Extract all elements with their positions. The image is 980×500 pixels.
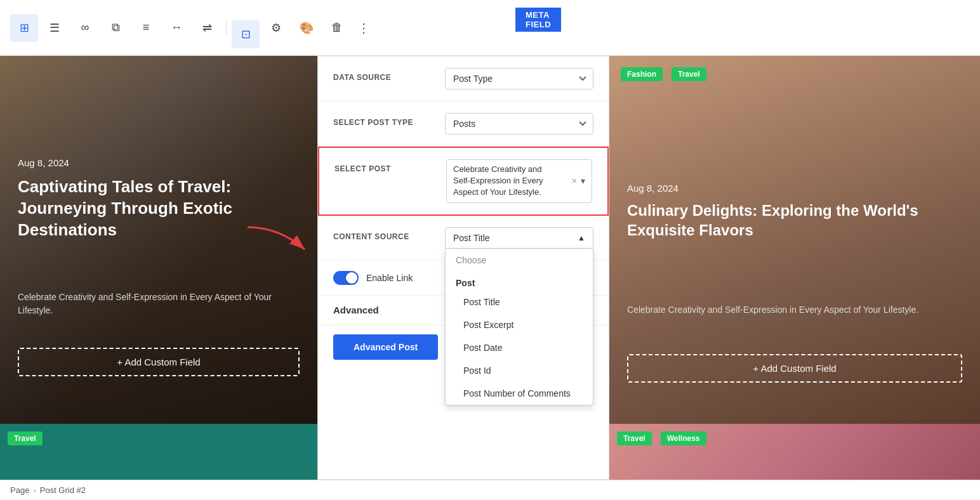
toolbar-layers-btn[interactable]: ⧉ bbox=[102, 14, 129, 42]
toolbar-list-btn[interactable]: ☰ bbox=[41, 14, 69, 42]
select-post-type-label: SELECT POST TYPE bbox=[333, 113, 435, 127]
card-left-background: Aug 8, 2024 Captivating Tales of Travel:… bbox=[0, 56, 317, 424]
toolbar-more-btn[interactable]: ⋮ bbox=[354, 18, 374, 38]
panel: DATA SOURCE Post Type Custom Query SELEC… bbox=[317, 56, 609, 480]
card-right-top: Fashion Travel Aug 8, 2024 Culinary Deli… bbox=[609, 56, 980, 424]
breadcrumb-page: Page bbox=[10, 485, 29, 495]
toolbar-align-btn[interactable]: ≡ bbox=[132, 14, 160, 42]
content-source-dropdown: Choose Post Post Title Post Excerpt Post… bbox=[445, 249, 593, 405]
content-area: Aug 8, 2024 Captivating Tales of Travel:… bbox=[0, 56, 980, 480]
toolbar-loop-btn[interactable]: ∞ bbox=[71, 14, 99, 42]
breadcrumb-item: Post Grid #2 bbox=[40, 485, 86, 495]
data-source-row: DATA SOURCE Post Type Custom Query bbox=[318, 56, 609, 102]
breadcrumb: Page › Post Grid #2 bbox=[0, 480, 980, 500]
content-source-value: Post Title bbox=[453, 233, 490, 243]
data-source-select[interactable]: Post Type Custom Query bbox=[445, 68, 593, 89]
toolbar-trash-btn[interactable]: 🗑 bbox=[323, 14, 351, 42]
advanced-post-btn[interactable]: Advanced Post bbox=[333, 334, 438, 360]
card-left-date: Aug 8, 2024 bbox=[18, 157, 69, 168]
toolbar-gear-btn[interactable]: ⚙ bbox=[262, 14, 290, 42]
select-post-arrow-icon[interactable]: ▾ bbox=[581, 176, 585, 186]
toolbar-palette-btn[interactable]: 🎨 bbox=[293, 14, 321, 42]
select-post-type-select[interactable]: Posts Pages Custom bbox=[445, 113, 593, 135]
select-post-label: SELECT POST bbox=[334, 159, 436, 173]
card-right-top-tags: Fashion Travel bbox=[621, 67, 710, 81]
select-post-clear-btn[interactable]: × bbox=[572, 176, 577, 186]
select-post-input[interactable]: Celebrate Creativity andSelf-Expression … bbox=[446, 159, 592, 203]
card-left-bottom: Travel bbox=[0, 424, 317, 480]
card-left-tag: Travel bbox=[8, 431, 43, 445]
select-post-control: Celebrate Creativity andSelf-Expression … bbox=[446, 159, 592, 203]
card-right-date: Aug 8, 2024 bbox=[627, 183, 679, 194]
breadcrumb-sep1: › bbox=[33, 485, 36, 495]
toolbar-grid-btn[interactable]: ⊞ bbox=[10, 14, 38, 42]
toolbar-resize-btn[interactable]: ↔ bbox=[162, 14, 190, 42]
toolbar-filter-btn[interactable]: ⇌ bbox=[193, 14, 221, 42]
card-right-bottom-tags: Travel Wellness bbox=[617, 431, 710, 445]
dropdown-post-id-item[interactable]: Post Id bbox=[446, 359, 593, 382]
data-source-control: Post Type Custom Query bbox=[445, 68, 593, 89]
advanced-label: Advanced bbox=[333, 305, 379, 315]
content-source-select-btn[interactable]: Post Title ▲ bbox=[445, 227, 593, 249]
meta-field-label: META FIELD bbox=[515, 8, 561, 32]
card-right: Fashion Travel Aug 8, 2024 Culinary Deli… bbox=[609, 56, 980, 480]
enable-link-toggle[interactable] bbox=[333, 271, 359, 285]
card-left: Aug 8, 2024 Captivating Tales of Travel:… bbox=[0, 56, 317, 480]
dropdown-choose-item[interactable]: Choose bbox=[446, 249, 593, 272]
toolbar: ⊞ ☰ ∞ ⧉ ≡ ↔ ⇌ META FIELD ⊡ ⚙ 🎨 🗑 ⋮ bbox=[0, 0, 980, 56]
dropdown-post-date-item[interactable]: Post Date bbox=[446, 336, 593, 359]
card-right-title: Culinary Delights: Exploring the World's… bbox=[627, 201, 962, 240]
card-left-excerpt: Celebrate Creativity and Self-Expression… bbox=[18, 291, 300, 317]
dropdown-post-excerpt-item[interactable]: Post Excerpt bbox=[446, 313, 593, 336]
card-left-add-field-btn[interactable]: + Add Custom Field bbox=[18, 348, 300, 376]
content-source-control: Post Title ▲ Choose Post Post Title Post… bbox=[445, 227, 593, 249]
card-right-bottom-wellness-tag: Wellness bbox=[661, 431, 706, 445]
chevron-up-icon: ▲ bbox=[578, 234, 585, 242]
toggle-knob bbox=[346, 272, 357, 284]
dropdown-post-group: Post bbox=[446, 272, 593, 291]
content-source-label: CONTENT SOURCE bbox=[333, 227, 435, 241]
select-post-type-control: Posts Pages Custom bbox=[445, 113, 593, 135]
card-left-title: Captivating Tales of Travel: Journeying … bbox=[18, 176, 300, 240]
card-right-fashion-tag: Fashion bbox=[621, 67, 663, 81]
select-post-row: SELECT POST Celebrate Creativity andSelf… bbox=[318, 147, 609, 216]
card-right-add-field-btn[interactable]: + Add Custom Field bbox=[627, 354, 962, 383]
card-right-bottom: Travel Wellness bbox=[609, 424, 980, 480]
toolbar-separator bbox=[226, 19, 227, 37]
enable-link-label: Enable Link bbox=[366, 273, 413, 283]
card-right-excerpt: Celebrate Creativity and Self-Expression… bbox=[627, 303, 962, 317]
content-source-row: CONTENT SOURCE Post Title ▲ Choose Post … bbox=[318, 216, 609, 261]
card-right-travel-tag: Travel bbox=[672, 67, 706, 81]
select-post-type-row: SELECT POST TYPE Posts Pages Custom bbox=[318, 102, 609, 147]
dropdown-post-title-item[interactable]: Post Title bbox=[446, 291, 593, 313]
dropdown-post-comments-item[interactable]: Post Number of Comments bbox=[446, 382, 593, 405]
data-source-label: DATA SOURCE bbox=[333, 68, 435, 82]
toolbar-meta-btn[interactable]: ⊡ bbox=[232, 20, 260, 48]
card-right-bottom-travel-tag: Travel bbox=[617, 431, 652, 445]
select-post-text: Celebrate Creativity andSelf-Expression … bbox=[453, 164, 568, 199]
